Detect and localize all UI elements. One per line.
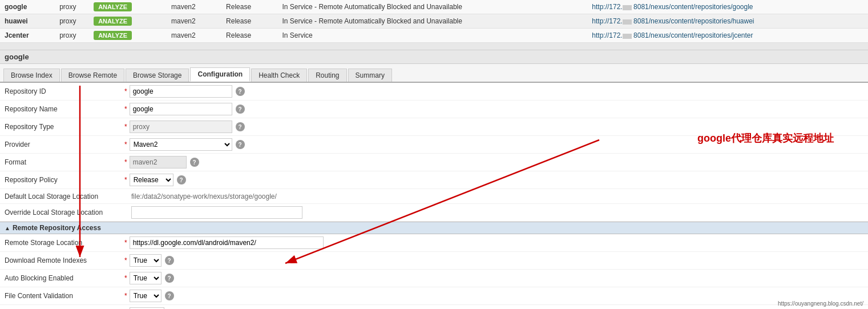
repository-id-help[interactable]: ? xyxy=(236,87,245,96)
file-content-row: File Content Validation * True False ? xyxy=(0,287,868,305)
table-row: huawei proxy ANALYZE maven2 Release In S… xyxy=(0,14,868,29)
tab-browse-storage[interactable]: Browse Storage xyxy=(126,69,189,82)
analyze-button[interactable]: ANALYZE xyxy=(94,31,132,40)
repo-status: In Service xyxy=(277,29,587,43)
analyze-cell[interactable]: ANALYZE xyxy=(89,14,167,29)
repository-name-help[interactable]: ? xyxy=(236,105,245,114)
form-area: google代理仓库真实远程地址 Repository ID * ? Repos… xyxy=(0,83,868,309)
tab-routing[interactable]: Routing xyxy=(308,69,346,82)
required-star-download: * xyxy=(124,256,127,264)
repo-format: maven2 xyxy=(167,14,221,29)
repo-policy: Release xyxy=(221,0,277,14)
url-suffix: 8081/nexus/content/repositories/huawei xyxy=(633,17,754,25)
required-star-provider: * xyxy=(124,141,127,149)
analyze-cell[interactable]: ANALYZE xyxy=(89,0,167,14)
override-storage-input[interactable] xyxy=(131,206,302,219)
table-row: google proxy ANALYZE maven2 Release In S… xyxy=(0,0,868,14)
repo-policy: Release xyxy=(221,14,277,29)
repository-id-row: Repository ID * ? xyxy=(0,83,868,101)
horizontal-scrollbar[interactable] xyxy=(0,43,868,50)
repository-id-input[interactable] xyxy=(130,85,232,98)
repo-type: proxy xyxy=(55,29,89,43)
repository-table: google proxy ANALYZE maven2 Release In S… xyxy=(0,0,868,43)
file-content-help[interactable]: ? xyxy=(165,291,174,300)
url-prefix: http://172. xyxy=(592,17,622,25)
repo-url: http://172.xxxx 8081/nexus/content/repos… xyxy=(587,29,868,43)
auto-blocking-select[interactable]: True False xyxy=(130,272,162,284)
tab-summary[interactable]: Summary xyxy=(348,69,392,82)
repo-name: huawei xyxy=(0,14,55,29)
remote-storage-input[interactable] xyxy=(130,236,324,249)
download-indexes-row: Download Remote Indexes * True False ? xyxy=(0,252,868,270)
repo-name: google xyxy=(0,0,55,14)
watermark: https://ouyangneng.blog.csdn.net/ xyxy=(778,300,863,307)
policy-select-group: Release Snapshot Mixed xyxy=(130,174,173,186)
url-prefix: http://172. xyxy=(592,31,622,39)
url-suffix: 8081/nexus/content/repositories/jcenter xyxy=(633,31,753,39)
default-storage-value: file:/data2/sonatype-work/nexus/storage/… xyxy=(131,192,277,200)
repository-id-label: Repository ID xyxy=(5,87,124,95)
tab-health-check[interactable]: Health Check xyxy=(251,69,307,82)
auto-blocking-label: Auto Blocking Enabled xyxy=(5,274,124,282)
repository-type-row: Repository Type * ? xyxy=(0,118,868,136)
file-content-select[interactable]: True False xyxy=(130,290,162,302)
repo-url: http://172.xxxx 8081/nexus/content/repos… xyxy=(587,14,868,29)
provider-label: Provider xyxy=(5,141,124,149)
format-label: Format xyxy=(5,158,124,166)
format-input xyxy=(130,156,187,168)
tabs-container: Browse Index Browse Remote Browse Storag… xyxy=(0,64,868,83)
tab-browse-index[interactable]: Browse Index xyxy=(3,69,60,82)
repo-url: http://172.xxxx 8081/nexus/content/repos… xyxy=(587,0,868,14)
repository-name-row: Repository Name * ? xyxy=(0,101,868,118)
remote-section-label: Remote Repository Access xyxy=(13,224,101,232)
override-storage-row: Override Local Storage Location xyxy=(0,204,868,222)
required-star-type: * xyxy=(124,123,127,131)
format-row: Format * ? xyxy=(0,154,868,171)
repository-name-label: Repository Name xyxy=(5,105,124,113)
repo-type: proxy xyxy=(55,14,89,29)
auto-blocking-help[interactable]: ? xyxy=(165,274,174,283)
repository-type-label: Repository Type xyxy=(5,123,124,131)
repository-type-input xyxy=(130,121,232,133)
section-header: google xyxy=(0,50,868,64)
default-storage-label: Default Local Storage Location xyxy=(5,192,124,200)
repo-name: Jcenter xyxy=(0,29,55,43)
file-content-label: File Content Validation xyxy=(5,292,124,300)
required-star-name: * xyxy=(124,105,127,113)
tab-browse-remote[interactable]: Browse Remote xyxy=(61,69,124,82)
analyze-button[interactable]: ANALYZE xyxy=(94,17,132,26)
provider-help[interactable]: ? xyxy=(236,140,245,149)
analyze-cell[interactable]: ANALYZE xyxy=(89,29,167,43)
required-star-remote: * xyxy=(124,239,127,247)
repository-policy-row: Repository Policy * Release Snapshot Mix… xyxy=(0,171,868,189)
download-indexes-help[interactable]: ? xyxy=(165,256,174,265)
required-star-format: * xyxy=(124,158,127,166)
format-help[interactable]: ? xyxy=(190,158,199,167)
repo-status: In Service - Remote Automatically Blocke… xyxy=(277,14,587,29)
required-star-id: * xyxy=(124,87,127,95)
repo-format: maven2 xyxy=(167,29,221,43)
tab-configuration[interactable]: Configuration xyxy=(190,67,250,82)
collapse-icon: ▲ xyxy=(5,225,10,231)
checksum-row: Checksum Policy * Ignore Warn Strict ? xyxy=(0,305,868,309)
download-indexes-label: Download Remote Indexes xyxy=(5,256,124,264)
repository-policy-help[interactable]: ? xyxy=(177,175,186,184)
repo-policy: Release xyxy=(221,29,277,43)
remote-section-header[interactable]: ▲ Remote Repository Access xyxy=(0,222,868,234)
url-prefix: http://172. xyxy=(592,3,622,11)
provider-select[interactable]: Maven2 xyxy=(130,138,232,151)
auto-blocking-row: Auto Blocking Enabled * True False ? xyxy=(0,270,868,287)
repository-type-help[interactable]: ? xyxy=(236,122,245,131)
override-storage-label: Override Local Storage Location xyxy=(5,208,124,216)
url-suffix: 8081/nexus/content/repositories/google xyxy=(633,3,753,11)
repository-name-input[interactable] xyxy=(130,103,232,115)
provider-row: Provider * Maven2 ? xyxy=(0,136,868,154)
required-star-content: * xyxy=(124,292,127,300)
analyze-button[interactable]: ANALYZE xyxy=(94,2,132,11)
download-indexes-select[interactable]: True False xyxy=(130,254,162,267)
repository-policy-select[interactable]: Release Snapshot Mixed xyxy=(130,174,173,186)
remote-storage-row: Remote Storage Location * xyxy=(0,234,868,252)
repo-status: In Service - Remote Automatically Blocke… xyxy=(277,0,587,14)
required-star-policy: * xyxy=(124,176,127,184)
remote-storage-label: Remote Storage Location xyxy=(5,239,124,247)
